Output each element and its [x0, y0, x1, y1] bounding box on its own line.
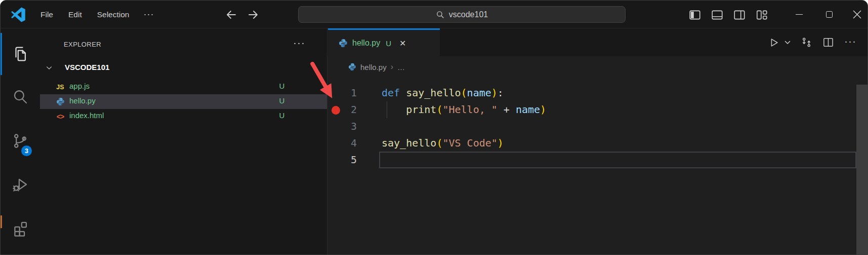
- explorer-header: EXPLORER ···: [40, 38, 327, 53]
- tab-label: hello.py: [352, 39, 380, 48]
- editor-actions: ···: [768, 28, 856, 56]
- scm-pending-changes-badge: 3: [21, 145, 32, 156]
- file-row-hellopy[interactable]: hello.py U: [40, 94, 327, 109]
- maximize-button[interactable]: [817, 1, 841, 28]
- tab-hellopy[interactable]: hello.py U ✕: [328, 28, 440, 56]
- git-untracked-badge: U: [277, 82, 287, 90]
- file-name: app.js: [69, 82, 90, 90]
- tab-untracked-badge: U: [386, 39, 391, 48]
- split-editor-icon[interactable]: [822, 37, 834, 48]
- run-dropdown-chevron-icon[interactable]: [784, 40, 791, 46]
- javascript-file-icon: JS: [54, 80, 66, 94]
- line-number[interactable]: 3: [327, 118, 361, 135]
- file-name: index.html: [69, 111, 104, 120]
- code-line-2[interactable]: 2 print("Hello, " + name): [327, 101, 867, 118]
- toggle-panel-button[interactable]: [710, 8, 724, 21]
- toggle-primary-sidebar-button[interactable]: [688, 8, 701, 21]
- breadcrumb-separator: ›: [391, 62, 393, 71]
- breakpoint-dot[interactable]: [332, 106, 340, 115]
- menu-bar: File Edit Selection ···: [33, 1, 160, 28]
- search-icon: [436, 10, 444, 19]
- close-button[interactable]: [845, 1, 868, 28]
- folder-name: VSCODE101: [65, 63, 109, 71]
- run-debug-icon[interactable]: [8, 172, 32, 197]
- command-center-search[interactable]: vscode101: [298, 6, 626, 23]
- explorer-more-actions-icon[interactable]: ···: [293, 37, 305, 49]
- vscode-window: File Edit Selection ··· vscode101: [0, 0, 868, 255]
- activity-bar: 3: [1, 28, 40, 254]
- menu-selection[interactable]: Selection: [90, 7, 137, 22]
- editor-more-actions-icon[interactable]: ···: [844, 35, 856, 47]
- html-file-icon: <>: [54, 109, 66, 124]
- minimize-button[interactable]: [788, 1, 811, 28]
- open-changes-icon[interactable]: [801, 37, 812, 48]
- customize-layout-button[interactable]: [755, 8, 768, 21]
- python-file-icon: [348, 63, 356, 71]
- extensions-icon[interactable]: [8, 216, 32, 240]
- menu-edit[interactable]: Edit: [61, 7, 90, 22]
- current-line-highlight: [379, 152, 856, 168]
- tab-close-icon[interactable]: ✕: [399, 39, 406, 48]
- breadcrumb-file[interactable]: hello.py: [360, 63, 387, 71]
- back-arrow-icon[interactable]: [225, 9, 237, 21]
- vscode-logo-icon: [11, 7, 26, 22]
- breadcrumb: hello.py › …: [327, 56, 867, 78]
- file-row-appjs[interactable]: JS app.js U: [40, 80, 327, 94]
- explorer-title: EXPLORER: [64, 41, 101, 48]
- chevron-down-icon: [46, 64, 53, 71]
- source-control-icon[interactable]: 3: [8, 129, 32, 153]
- python-file-icon: [54, 94, 66, 109]
- forward-arrow-icon[interactable]: [247, 9, 259, 21]
- explorer-sidebar: EXPLORER ··· VSCODE101 JS app.js U: [40, 28, 327, 254]
- menu-overflow-icon[interactable]: ···: [137, 6, 160, 23]
- git-untracked-badge: U: [277, 111, 287, 120]
- git-untracked-badge: U: [277, 96, 287, 105]
- code-line-3[interactable]: 3: [327, 118, 867, 135]
- line-number-active[interactable]: 5: [327, 152, 361, 168]
- run-file-icon[interactable]: [768, 37, 779, 48]
- code-line-4[interactable]: 4 say_hello("VS Code"): [327, 135, 867, 152]
- command-center-value: vscode101: [449, 10, 488, 19]
- title-bar: File Edit Selection ··· vscode101: [1, 1, 867, 28]
- file-name: hello.py: [69, 96, 96, 105]
- active-view-indicator: [1, 33, 2, 75]
- explorer-icon[interactable]: [8, 42, 32, 66]
- editor-group: hello.py U ✕ ···: [327, 28, 867, 254]
- editor-scrollbar[interactable]: [856, 85, 868, 254]
- menu-file[interactable]: File: [33, 7, 61, 22]
- code-line-1[interactable]: 1 def say_hello(name):: [327, 85, 867, 101]
- layout-controls: [688, 1, 768, 28]
- search-icon[interactable]: [8, 85, 32, 109]
- file-row-indexhtml[interactable]: <> index.html U: [40, 109, 327, 124]
- edge-artifact: [1, 215, 2, 228]
- python-file-icon: [339, 39, 348, 48]
- tab-bar: hello.py U ✕ ···: [327, 28, 867, 56]
- folder-row-vscode101[interactable]: VSCODE101: [40, 60, 327, 76]
- line-number[interactable]: 4: [327, 135, 361, 152]
- toggle-secondary-sidebar-button[interactable]: [732, 8, 746, 21]
- indent-guide: [387, 101, 387, 118]
- breadcrumb-symbol-more[interactable]: …: [397, 63, 405, 71]
- line-number[interactable]: 1: [327, 85, 361, 101]
